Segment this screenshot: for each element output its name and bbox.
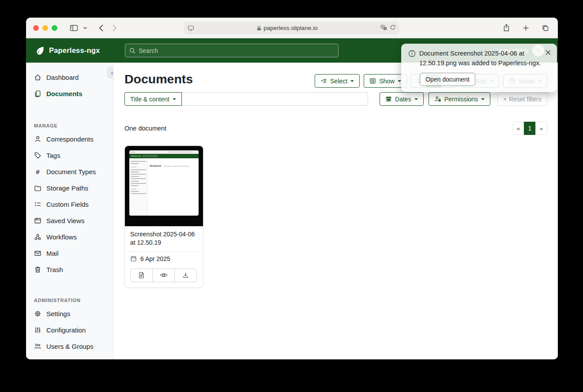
show-button[interactable]: Show — [364, 74, 407, 88]
sidebar-item-saved-views[interactable]: Saved Views — [26, 213, 113, 229]
pagination: « 1 » — [512, 122, 547, 135]
filter-row: Title & content Dates — [124, 92, 547, 106]
show-icon — [369, 78, 376, 84]
zoom-window-button[interactable] — [52, 25, 57, 31]
document-count: One document — [124, 125, 166, 132]
browser-window: paperless.sliplane.io — [26, 18, 558, 359]
lock-icon — [257, 26, 261, 31]
info-icon — [408, 50, 416, 68]
close-x-icon: × — [503, 96, 507, 103]
tab-overview-icon[interactable] — [538, 21, 552, 34]
main-content: Documents Select Show — [113, 63, 558, 359]
users-icon — [34, 343, 41, 350]
calendar-icon — [130, 255, 137, 262]
file-text-icon — [138, 272, 145, 279]
close-icon — [545, 49, 552, 56]
back-button[interactable] — [94, 21, 108, 34]
close-window-button[interactable] — [33, 25, 39, 31]
sidebar-item-settings[interactable]: Settings — [26, 306, 113, 322]
document-thumbnail[interactable]: Paperless-ngx — [125, 146, 203, 226]
sidebar-item-document-types[interactable]: # Document Types — [26, 164, 113, 180]
sidebar-item-trash[interactable]: Trash — [26, 261, 113, 278]
pagination-next-button[interactable]: » — [535, 122, 547, 135]
minimize-window-button[interactable] — [42, 25, 48, 31]
manage-section-label: MANAGE — [34, 123, 105, 128]
document-card: Paperless-ngx — [124, 146, 203, 288]
app-logo[interactable]: Paperless-ngx — [35, 46, 100, 56]
mail-icon — [34, 250, 41, 257]
search-input[interactable] — [139, 47, 334, 54]
reset-filters-button[interactable]: × Reset filters — [497, 92, 547, 106]
notification-toast: Document Screenshot 2025-04-06 at 12.50.… — [401, 44, 557, 92]
new-tab-icon[interactable] — [519, 21, 532, 34]
sidebar-item-correspondents[interactable]: Correspondents — [26, 131, 113, 147]
sidebar-item-mail[interactable]: Mail — [26, 245, 113, 261]
documents-icon — [34, 90, 41, 97]
url-text: paperless.sliplane.io — [194, 25, 380, 31]
pagination-prev-button[interactable]: « — [512, 122, 524, 135]
select-button[interactable]: Select — [315, 74, 360, 88]
sidebar-item-users-groups[interactable]: Users & Groups — [26, 338, 113, 355]
permissions-button[interactable]: Permissions — [429, 92, 490, 106]
workflows-icon — [34, 233, 41, 241]
toast-message: Document Screenshot 2025-04-06 at 12.50.… — [419, 49, 543, 68]
window-controls — [33, 25, 57, 31]
sidebar-toggle-icon[interactable] — [67, 21, 80, 34]
home-icon — [34, 74, 41, 81]
folder-icon — [34, 184, 41, 192]
caret-down-icon — [414, 98, 418, 100]
sidebar-item-storage-paths[interactable]: Storage Paths — [26, 180, 113, 196]
address-bar[interactable]: paperless.sliplane.io — [184, 22, 399, 34]
chevron-down-icon[interactable] — [80, 21, 90, 34]
sidebar-item-documents[interactable]: Documents — [26, 86, 113, 102]
reload-icon[interactable] — [390, 24, 396, 32]
calendar-icon — [385, 96, 392, 102]
sidebar: Dashboard Documents MANAGE Correspondent… — [26, 63, 113, 359]
select-icon — [320, 78, 327, 84]
global-search — [125, 44, 339, 57]
document-title[interactable]: Screenshot 2025-04-06 at 12.50.19 — [125, 226, 203, 251]
saved-views-icon — [34, 217, 41, 224]
preview-button[interactable] — [152, 269, 175, 282]
sidebar-collapse-button[interactable]: « — [107, 67, 113, 78]
sidebar-item-workflows[interactable]: Workflows — [26, 229, 113, 245]
document-details-button[interactable] — [130, 269, 153, 282]
page-title: Documents — [124, 71, 193, 86]
eye-icon — [160, 272, 168, 278]
forward-button[interactable] — [108, 21, 121, 34]
search-icon — [129, 48, 135, 54]
sliders-icon — [34, 326, 41, 334]
browser-toolbar: paperless.sliplane.io — [26, 18, 558, 38]
person-icon — [34, 135, 41, 143]
caret-down-icon — [350, 80, 354, 82]
download-button[interactable] — [174, 269, 197, 282]
caret-down-icon — [481, 98, 485, 100]
sidebar-item-tags[interactable]: Tags — [26, 147, 113, 164]
custom-fields-icon — [34, 201, 41, 208]
caret-down-icon — [173, 98, 176, 100]
card-action-group — [130, 269, 197, 282]
page-settings-icon[interactable] — [188, 25, 194, 31]
pagination-page-1[interactable]: 1 — [524, 122, 536, 135]
gear-icon — [34, 310, 41, 317]
sidebar-item-custom-fields[interactable]: Custom Fields — [26, 196, 113, 213]
trash-icon — [34, 266, 41, 273]
filter-text-input[interactable] — [182, 92, 368, 106]
administration-section-label: ADMINISTRATION — [34, 298, 105, 303]
filter-field-dropdown[interactable]: Title & content — [124, 92, 182, 106]
document-date: 6 Apr 2025 — [125, 251, 203, 266]
share-icon[interactable] — [500, 21, 513, 34]
open-document-button[interactable]: Open document — [420, 73, 475, 86]
hash-icon: # — [34, 168, 41, 175]
sidebar-item-dashboard[interactable]: Dashboard — [26, 69, 113, 86]
person-lock-icon — [434, 96, 441, 102]
sidebar-item-configuration[interactable]: Configuration — [26, 322, 113, 338]
toast-close-button[interactable] — [544, 48, 553, 58]
tag-icon — [34, 152, 41, 159]
app-name: Paperless-ngx — [49, 46, 100, 55]
leaf-logo-icon — [35, 46, 45, 56]
translate-icon[interactable] — [380, 24, 387, 32]
download-icon — [182, 272, 189, 279]
dates-button[interactable]: Dates — [380, 92, 424, 106]
